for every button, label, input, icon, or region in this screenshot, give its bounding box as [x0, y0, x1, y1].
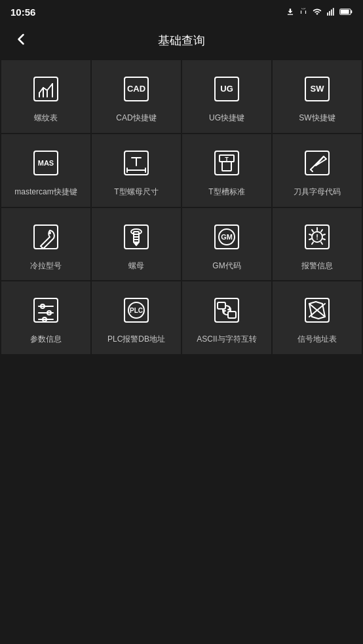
svg-rect-3: [333, 8, 334, 16]
param-label: 参数信息: [30, 334, 62, 345]
cad-icon: CAD: [119, 72, 153, 106]
knife-icon: [300, 146, 334, 180]
svg-text:UG: UG: [220, 84, 233, 94]
menu-grid: 螺纹表 CAD CAD快捷键 UG UG快捷键 SW SW快捷键: [0, 58, 363, 357]
svg-rect-1: [329, 11, 330, 16]
chart-icon: [29, 72, 63, 106]
grid-item-plc[interactable]: PLC PLC报警DB地址: [92, 281, 181, 354]
plc-icon: PLC: [119, 293, 153, 327]
status-bar: 10:56: [0, 0, 363, 24]
cad-label: CAD快捷键: [116, 113, 156, 124]
svg-text:!: !: [316, 233, 318, 241]
signal-label: 信号地址表: [297, 334, 337, 345]
screw-label: 螺母: [128, 260, 144, 272]
mastercam-label: mastercam快捷键: [14, 187, 77, 198]
grid-item-gm-code[interactable]: GM GM代码: [182, 208, 271, 281]
alarm-label: 报警信息: [301, 260, 333, 272]
back-button[interactable]: [10, 29, 31, 52]
ascii-icon: [210, 293, 244, 327]
grid-item-param[interactable]: 参数信息: [1, 281, 90, 354]
t-slot-icon: T: [210, 146, 244, 180]
grid-item-tool-code[interactable]: 刀具字母代码: [273, 134, 362, 207]
ug-icon: UG: [210, 72, 244, 106]
alarm-icon: !: [300, 220, 334, 254]
svg-text:SW: SW: [311, 84, 325, 94]
grid-item-ttype-std[interactable]: T T型槽标准: [182, 134, 271, 207]
svg-line-55: [309, 239, 311, 240]
svg-rect-0: [327, 12, 328, 16]
page-title: 基础查询: [158, 33, 205, 48]
sw-label: SW快捷键: [299, 113, 335, 124]
status-icons: [286, 7, 353, 16]
luowen-label: 螺纹表: [34, 113, 58, 124]
grid-item-sw[interactable]: SW SW快捷键: [273, 60, 362, 133]
android-icon: [299, 7, 308, 16]
grid-item-cold-pull[interactable]: 冷拉型号: [1, 208, 90, 281]
grid-item-screw[interactable]: 螺母: [92, 208, 181, 281]
svg-text:GM: GM: [221, 233, 233, 241]
svg-line-49: [321, 230, 322, 232]
gm-code-label: GM代码: [212, 260, 240, 272]
battery-icon: [339, 8, 353, 16]
t-size-icon: [119, 146, 153, 180]
svg-rect-28: [222, 162, 231, 171]
wifi-icon: [312, 7, 322, 16]
sw-icon: SW: [300, 72, 334, 106]
svg-line-50: [323, 234, 325, 235]
svg-rect-68: [218, 302, 225, 309]
ug-label: UG快捷键: [209, 113, 244, 124]
svg-line-32: [311, 170, 313, 171]
grid-item-cad[interactable]: CAD CAD快捷键: [92, 60, 181, 133]
svg-line-53: [312, 230, 313, 232]
grid-item-signal[interactable]: 信号地址表: [273, 281, 362, 354]
wrench-icon: [29, 220, 63, 254]
svg-text:PLC: PLC: [130, 307, 143, 314]
grid-item-alarm[interactable]: ! 报警信息: [273, 208, 362, 281]
svg-rect-69: [228, 312, 236, 318]
cold-pull-label: 冷拉型号: [30, 260, 62, 272]
grid-item-luowen[interactable]: 螺纹表: [1, 60, 90, 133]
svg-rect-2: [331, 10, 332, 16]
grid-item-ug[interactable]: UG UG快捷键: [182, 60, 271, 133]
ttype-std-label: T型槽标准: [208, 187, 244, 198]
signal-icon: [326, 7, 335, 16]
svg-line-56: [312, 242, 313, 244]
svg-text:MAS: MAS: [38, 159, 54, 167]
grid-item-mastercam[interactable]: MAS mastercam快捷键: [1, 134, 90, 207]
tool-code-label: 刀具字母代码: [294, 187, 341, 198]
ascii-label: ASCII与字符互转: [197, 334, 256, 345]
svg-point-34: [48, 232, 51, 234]
plc-label: PLC报警DB地址: [107, 334, 165, 345]
svg-line-54: [309, 234, 311, 235]
grid-item-ascii[interactable]: ASCII与字符互转: [182, 281, 271, 354]
signal-map-icon: [300, 293, 334, 327]
svg-text:T: T: [225, 156, 229, 162]
header: 基础查询: [0, 24, 363, 58]
svg-marker-41: [134, 242, 139, 245]
svg-line-51: [323, 239, 325, 240]
svg-rect-6: [351, 10, 352, 13]
mas-icon: MAS: [29, 146, 63, 180]
gm-icon: GM: [210, 220, 244, 254]
sliders-icon: [29, 293, 63, 327]
download-icon: [286, 7, 295, 16]
svg-rect-5: [341, 10, 349, 14]
svg-text:CAD: CAD: [127, 84, 145, 94]
status-time: 10:56: [10, 7, 35, 18]
svg-line-52: [321, 242, 322, 244]
bolt-icon: [119, 220, 153, 254]
grid-item-ttype-size[interactable]: T型螺母尺寸: [92, 134, 181, 207]
ttype-size-label: T型螺母尺寸: [114, 187, 158, 198]
